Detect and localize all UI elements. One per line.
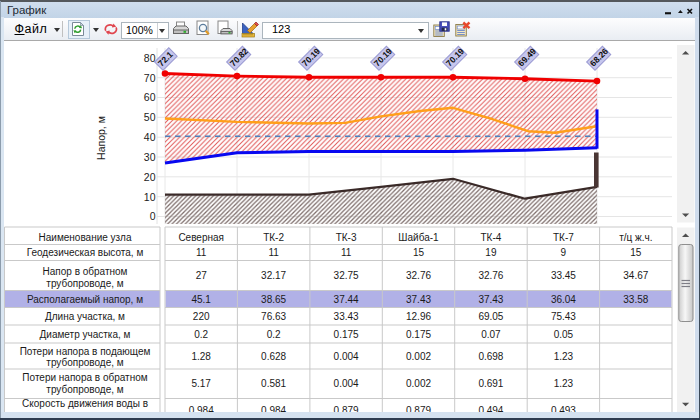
svg-text:ТК-7: ТК-7: [553, 232, 574, 243]
svg-text:15: 15: [630, 247, 642, 258]
svg-text:0: 0: [150, 210, 156, 222]
svg-text:0.002: 0.002: [406, 351, 431, 362]
svg-text:220: 220: [193, 311, 210, 322]
svg-text:32.76: 32.76: [406, 270, 431, 281]
svg-text:0.581: 0.581: [261, 378, 286, 389]
svg-text:80: 80: [144, 52, 156, 64]
svg-text:ТК-3: ТК-3: [336, 232, 357, 243]
svg-text:ТК-4: ТК-4: [480, 232, 501, 243]
svg-text:Скорость движения воды в: Скорость движения воды в: [22, 398, 148, 409]
svg-text:1.23: 1.23: [554, 378, 574, 389]
svg-text:33.58: 33.58: [623, 294, 648, 305]
svg-text:30: 30: [144, 151, 156, 163]
svg-text:32.76: 32.76: [478, 270, 503, 281]
svg-text:11: 11: [268, 247, 279, 258]
svg-text:Напор в обратном: Напор в обратном: [43, 266, 128, 277]
svg-text:трубопроводе, м: трубопроводе, м: [46, 278, 123, 289]
svg-text:5.17: 5.17: [191, 378, 211, 389]
svg-text:Шайба-1: Шайба-1: [398, 232, 439, 243]
svg-text:15: 15: [413, 247, 425, 258]
svg-text:Напор, м: Напор, м: [95, 116, 107, 160]
svg-text:Располагаемый напор, м: Располагаемый напор, м: [27, 294, 143, 305]
svg-text:19: 19: [485, 247, 497, 258]
svg-text:1.28: 1.28: [191, 351, 211, 362]
svg-text:т/ц ж.ч.: т/ц ж.ч.: [619, 232, 652, 243]
svg-text:Потери напора в подающем: Потери напора в подающем: [20, 346, 151, 357]
svg-text:0.691: 0.691: [478, 378, 503, 389]
svg-text:37.44: 37.44: [334, 294, 359, 305]
svg-text:Диаметр участка, м: Диаметр участка, м: [40, 329, 131, 340]
svg-text:76.63: 76.63: [261, 311, 286, 322]
svg-text:37.43: 37.43: [478, 294, 503, 305]
svg-text:Потери напора в обратном: Потери напора в обратном: [22, 372, 147, 383]
svg-text:50: 50: [144, 111, 156, 123]
svg-text:36.04: 36.04: [551, 294, 576, 305]
svg-text:Геодезическая высота, м: Геодезическая высота, м: [27, 247, 144, 258]
svg-text:1.23: 1.23: [554, 351, 574, 362]
svg-text:Северная: Северная: [178, 232, 224, 243]
svg-text:33.45: 33.45: [551, 270, 576, 281]
svg-text:10: 10: [144, 191, 156, 203]
svg-text:трубопроводе, м: трубопроводе, м: [46, 357, 123, 368]
svg-text:34.67: 34.67: [623, 270, 648, 281]
svg-text:32.75: 32.75: [334, 270, 359, 281]
svg-text:0.004: 0.004: [334, 378, 359, 389]
svg-text:11: 11: [196, 247, 207, 258]
svg-text:0.175: 0.175: [406, 329, 431, 340]
svg-text:33.43: 33.43: [334, 311, 359, 322]
svg-text:ТК-2: ТК-2: [263, 232, 284, 243]
svg-text:0.628: 0.628: [261, 351, 286, 362]
svg-text:трубопроводе, м: трубопроводе, м: [46, 384, 123, 395]
svg-text:0.07: 0.07: [481, 329, 501, 340]
svg-text:0.698: 0.698: [478, 351, 503, 362]
svg-text:0.2: 0.2: [194, 329, 208, 340]
svg-text:32.17: 32.17: [261, 270, 286, 281]
svg-text:75.43: 75.43: [551, 311, 576, 322]
svg-text:0.05: 0.05: [554, 329, 574, 340]
svg-text:0.2: 0.2: [267, 329, 281, 340]
svg-text:37.43: 37.43: [406, 294, 431, 305]
svg-text:Длина участка, м: Длина участка, м: [45, 311, 125, 322]
svg-text:0.004: 0.004: [334, 351, 359, 362]
svg-text:60: 60: [144, 91, 156, 103]
svg-text:70: 70: [144, 72, 156, 84]
svg-text:20: 20: [144, 171, 156, 183]
svg-text:38.65: 38.65: [261, 294, 286, 305]
svg-text:12.96: 12.96: [406, 311, 431, 322]
svg-text:27: 27: [196, 270, 208, 281]
svg-text:45.1: 45.1: [191, 294, 211, 305]
svg-text:40: 40: [144, 131, 156, 143]
svg-text:9: 9: [561, 247, 567, 258]
svg-text:0.175: 0.175: [334, 329, 359, 340]
svg-text:0.002: 0.002: [406, 378, 431, 389]
svg-text:69.05: 69.05: [478, 311, 503, 322]
svg-text:Наименование узла: Наименование узла: [39, 232, 132, 243]
svg-text:11: 11: [341, 247, 352, 258]
